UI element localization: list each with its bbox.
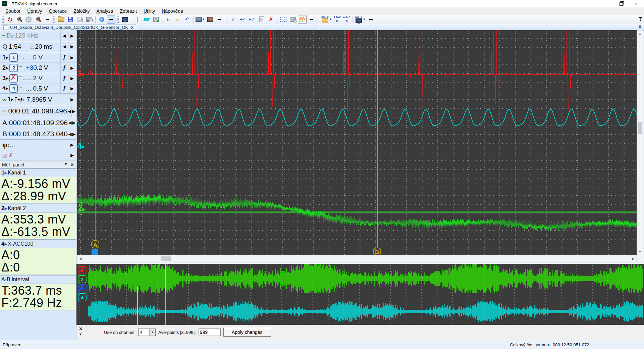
vertical-cursor-button[interactable]: [133, 15, 142, 24]
measure-group-header-ch1[interactable]: 1▶ Kanál 1: [0, 168, 76, 177]
ave-points-input[interactable]: [199, 329, 221, 336]
menu-zobrazit[interactable]: Zobrazit: [116, 8, 140, 14]
tab-close-icon[interactable]: ×: [131, 25, 133, 30]
collapse-button[interactable]: [307, 15, 316, 24]
use-on-channel-select[interactable]: 4 ▼: [138, 329, 156, 336]
channel-1-row[interactable]: 1▶ 1 ~~ ... 5 V ƒ ▶: [0, 52, 76, 63]
export-image-button[interactable]: [85, 15, 94, 24]
time-prev-arrow[interactable]: ◀: [67, 105, 71, 117]
overview-channel-2-toggle[interactable]: 2: [78, 275, 87, 283]
checklist-button[interactable]: [257, 15, 266, 24]
toolbar-grip[interactable]: [117, 16, 119, 23]
scope-view-alt-button[interactable]: ~: [206, 15, 215, 24]
cursor-b-flag[interactable]: B: [373, 248, 381, 256]
info-button[interactable]: i: [97, 15, 106, 24]
channel-2-marker[interactable]: + 2▶ +: [77, 201, 87, 216]
spikes-view-button[interactable]: [298, 15, 307, 24]
cursor-b-prev-arrow[interactable]: ◀: [68, 129, 72, 139]
coupling-icon[interactable]: ~~: [18, 64, 26, 71]
measure-group-header-ab[interactable]: A-B interval: [0, 275, 76, 284]
coupling-icon[interactable]: ~~: [18, 85, 26, 92]
panel-close-icon[interactable]: ×: [70, 161, 74, 168]
overview-channel-3-toggle[interactable]: 3✗: [78, 284, 87, 292]
undo-button[interactable]: ↶: [183, 15, 192, 24]
phase-row[interactable]: φ: ... ▶: [0, 140, 76, 150]
toolbar-grip[interactable]: [317, 16, 320, 23]
scroll-down-arrow[interactable]: ▼: [637, 249, 643, 255]
select-dropdown-icon[interactable]: ▼: [149, 329, 155, 336]
panel-close-icon[interactable]: ×: [79, 326, 82, 332]
menu-utility[interactable]: Utility: [140, 8, 158, 14]
apply-changes-button[interactable]: Apply changes: [223, 328, 271, 337]
view-toggle-button[interactable]: [107, 15, 115, 24]
confirm-prev-button[interactable]: ◀✓: [238, 15, 247, 24]
overview-panel[interactable]: 1✗ 2 3✗ 4: [76, 264, 644, 325]
menu-analyza[interactable]: Analýza: [93, 8, 116, 14]
math-display-button[interactable]: A:B+C ▼: [355, 15, 366, 24]
channel-1-marker[interactable]: 1▶: [77, 70, 85, 78]
coupling-icon[interactable]: ~~: [18, 75, 26, 82]
overview-channel-1-toggle[interactable]: 1✗: [78, 266, 87, 274]
scope-plot[interactable]: [77, 30, 637, 255]
channel-4-expand-arrow[interactable]: ▶: [68, 84, 76, 93]
menu-napoveda[interactable]: Nápověda: [158, 8, 186, 14]
channel-3-function-button[interactable]: ƒ: [60, 73, 68, 83]
delete-button[interactable]: ✗: [267, 15, 275, 24]
horizontal-scrollbar[interactable]: ◀ ▶: [77, 255, 637, 262]
panel-menu-chevron[interactable]: ▼: [65, 163, 67, 166]
channel-2-function-button[interactable]: ƒ: [60, 63, 68, 73]
channel-2-row[interactable]: 2▶ 2 ~~ +30.2 V ƒ ▶: [0, 63, 76, 73]
collapse-button[interactable]: [43, 15, 52, 24]
channel-1-function-button[interactable]: ƒ: [60, 52, 68, 62]
channel-4-badge[interactable]: 4: [9, 84, 18, 93]
tools-button[interactable]: [34, 15, 42, 24]
channel-1-badge[interactable]: 1: [9, 53, 18, 62]
math-run-button[interactable]: A:B+C▶: [333, 15, 341, 24]
zoom-in-arrow[interactable]: ▶: [68, 41, 76, 52]
confirm-next-button[interactable]: ▶✓: [248, 15, 257, 24]
channel-4-function-button[interactable]: ƒ: [60, 84, 68, 93]
channel-2-expand-arrow[interactable]: ▶: [68, 63, 76, 73]
overview-channel-4-toggle[interactable]: 4: [78, 293, 87, 301]
cursor-b-line[interactable]: [377, 30, 378, 248]
falling-edge-icon[interactable]: ↓: [15, 97, 17, 102]
zoom-out-arrow[interactable]: ◀: [60, 41, 68, 52]
cursor-b-next-arrow[interactable]: ▶: [72, 129, 76, 139]
fs-next-arrow[interactable]: ▶: [68, 30, 76, 41]
save-button[interactable]: [66, 15, 75, 24]
dropdown-arrow-icon[interactable]: ▼: [329, 18, 332, 21]
cursor-a-prev-arrow[interactable]: ◀: [68, 117, 72, 128]
selection-zoom-button[interactable]: ~: [279, 15, 288, 24]
scope-zoom-button[interactable]: ~: [288, 15, 297, 24]
zoom-vertical-down-button[interactable]: ↕~: [173, 15, 182, 24]
collapse-button[interactable]: [367, 15, 375, 24]
menu-soubor[interactable]: Soubor: [2, 8, 24, 14]
display-button[interactable]: [120, 15, 129, 24]
panel-chevron[interactable]: ▼: [79, 334, 82, 336]
math-open-button[interactable]: A:B+C ▼: [321, 15, 332, 24]
marker-tool-button[interactable]: [142, 15, 151, 24]
zoom-vertical-up-button[interactable]: ↕~: [164, 15, 173, 24]
phase-expand-arrow[interactable]: ▶: [68, 140, 76, 150]
print-button[interactable]: [75, 15, 84, 24]
marker-row[interactable]: ✗ ... ▶: [0, 150, 76, 161]
vertical-scrollbar[interactable]: ▲ ▼: [637, 30, 643, 255]
measure-group-header-ch2[interactable]: 2▶ Kanál 2: [0, 204, 76, 213]
fs-prev-arrow[interactable]: ◀: [60, 30, 68, 41]
channel-4-row[interactable]: 4▶ 4 ~~ ... 0.5 V ƒ ▶: [0, 84, 76, 94]
restore-button[interactable]: [614, 0, 629, 7]
scroll-left-arrow[interactable]: ◀: [77, 256, 84, 262]
channel-1-expand-arrow[interactable]: ▶: [68, 52, 76, 62]
tab-overflow-chevron[interactable]: ▼▼: [639, 25, 641, 29]
trigger-expand-arrow[interactable]: ▶: [68, 94, 76, 105]
power-button[interactable]: [5, 15, 14, 24]
cursor-a-flag[interactable]: A: [91, 240, 99, 248]
measure-group-header-ch4[interactable]: 4▶ X-ACC100: [0, 239, 76, 248]
channel-4-marker[interactable]: 4▶: [77, 142, 85, 150]
channel-3-expand-arrow[interactable]: ▶: [68, 73, 76, 83]
toolbar-overflow-chevron[interactable]: ▼▼: [639, 17, 642, 21]
channel-3-badge-disabled[interactable]: [9, 74, 18, 83]
time-next-arrow[interactable]: ▶: [71, 105, 76, 117]
cursor-a-line[interactable]: [95, 30, 96, 249]
sample-rate-row[interactable]: ~ Fs: 125 kHz ◀ ▶: [0, 30, 76, 41]
